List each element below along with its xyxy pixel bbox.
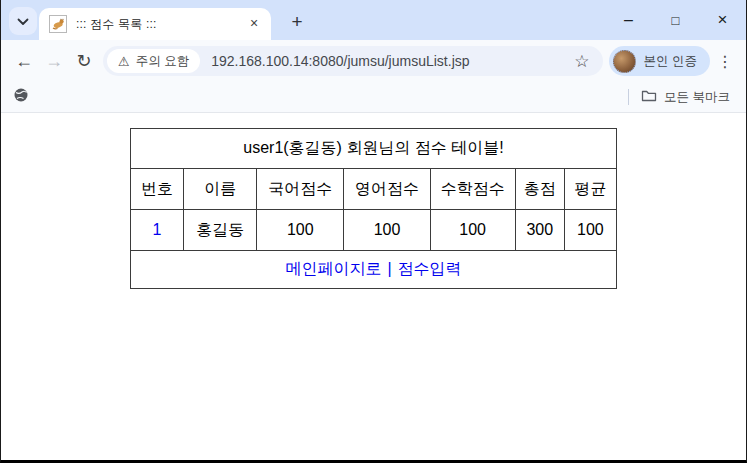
tab-search-button[interactable] — [9, 7, 37, 35]
all-bookmarks-button[interactable]: 모든 북마크 — [641, 89, 734, 106]
cell-name: 홍길동 — [184, 210, 257, 251]
page-content: user1(홍길동) 회원님의 점수 테이블! 번호 이름 국어점수 영어점수 … — [1, 113, 746, 459]
header-name: 이름 — [184, 169, 257, 210]
tomcat-favicon-icon — [49, 15, 67, 33]
new-tab-button[interactable]: + — [283, 9, 311, 37]
header-total: 총점 — [515, 169, 564, 210]
toolbar: ← → ↻ ⚠ 주의 요함 192.168.100.14:8080/jumsu/… — [1, 40, 746, 82]
header-average: 평균 — [564, 169, 616, 210]
bookmarks-bar: 모든 북마크 — [1, 82, 746, 113]
cell-math: 100 — [430, 210, 515, 251]
main-page-link[interactable]: 메인페이지로 — [285, 260, 381, 277]
header-english: 영어점수 — [344, 169, 430, 210]
chevron-down-icon — [17, 12, 29, 30]
bookmark-star-icon[interactable]: ☆ — [565, 51, 598, 72]
table-header-row: 번호 이름 국어점수 영어점수 수학점수 총점 평균 — [131, 169, 617, 210]
tab-close-icon[interactable]: × — [245, 15, 263, 33]
back-button[interactable]: ← — [9, 46, 39, 76]
score-table: user1(홍길동) 회원님의 점수 테이블! 번호 이름 국어점수 영어점수 … — [130, 128, 617, 289]
footer-separator: | — [387, 260, 391, 277]
header-korean: 국어점수 — [257, 169, 344, 210]
header-math: 수학점수 — [430, 169, 515, 210]
folder-icon — [641, 89, 657, 106]
row-number-link[interactable]: 1 — [153, 221, 162, 238]
table-title-row: user1(홍길동) 회원님의 점수 테이블! — [131, 129, 617, 169]
cell-english: 100 — [344, 210, 430, 251]
bookmark-item[interactable] — [13, 87, 29, 107]
security-chip[interactable]: ⚠ 주의 요함 — [107, 49, 200, 73]
refresh-button[interactable]: ↻ — [69, 46, 99, 76]
titlebar: ::: 점수 목록 ::: × + – □ × — [1, 0, 746, 40]
bookmarks-divider — [628, 89, 629, 105]
avatar — [613, 50, 636, 73]
tab-title: ::: 점수 목록 ::: — [76, 16, 245, 33]
cell-average: 100 — [564, 210, 616, 251]
browser-window: ::: 점수 목록 ::: × + – □ × ← → ↻ ⚠ 주의 요함 19… — [0, 0, 747, 463]
profile-label: 본인 인증 — [644, 53, 697, 70]
table-title: user1(홍길동) 회원님의 점수 테이블! — [131, 129, 617, 169]
maximize-button[interactable]: □ — [652, 0, 699, 40]
table-row: 1 홍길동 100 100 100 300 100 — [131, 210, 617, 251]
address-bar[interactable]: ⚠ 주의 요함 192.168.100.14:8080/jumsu/jumsuL… — [103, 46, 603, 76]
score-input-link[interactable]: 점수입력 — [398, 260, 462, 277]
globe-icon — [13, 87, 29, 107]
warning-icon: ⚠ — [118, 54, 130, 69]
window-controls: – □ × — [605, 0, 746, 40]
cell-korean: 100 — [257, 210, 344, 251]
table-footer-row: 메인페이지로|점수입력 — [131, 251, 617, 289]
security-chip-label: 주의 요함 — [136, 53, 189, 70]
minimize-button[interactable]: – — [605, 0, 652, 40]
close-button[interactable]: × — [699, 0, 746, 40]
cell-total: 300 — [515, 210, 564, 251]
header-number: 번호 — [131, 169, 184, 210]
all-bookmarks-label: 모든 북마크 — [664, 89, 730, 106]
profile-chip[interactable]: 본인 인증 — [609, 46, 710, 76]
browser-menu-icon[interactable]: ⋮ — [712, 46, 738, 76]
forward-button[interactable]: → — [39, 46, 69, 76]
url-text[interactable]: 192.168.100.14:8080/jumsu/jumsuList.jsp — [211, 53, 565, 69]
active-tab[interactable]: ::: 점수 목록 ::: × — [39, 8, 271, 40]
